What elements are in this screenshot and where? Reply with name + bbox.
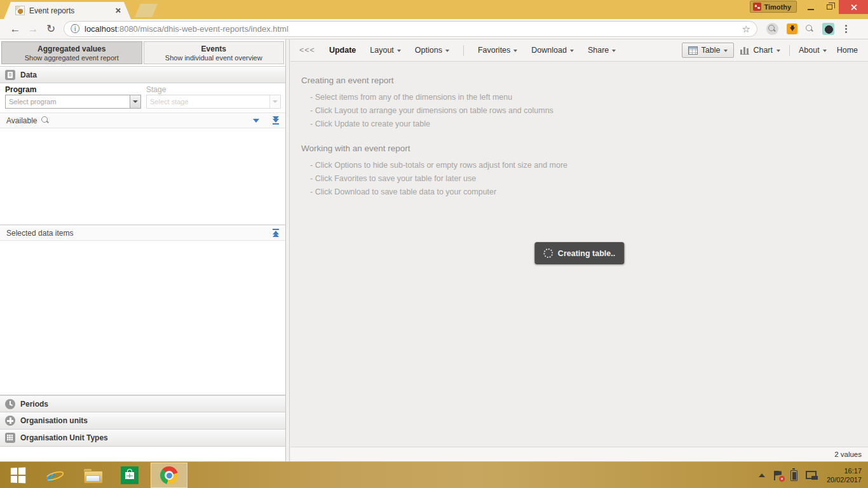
accordion-data[interactable]: Data [0,66,285,83]
loading-toast-text: Creating table.. [558,249,615,258]
options-menu-button[interactable]: Options [415,46,449,55]
clock-date: 20/02/2017 [827,475,862,484]
chrome-icon [160,466,178,484]
network-icon[interactable] [806,470,818,480]
home-button[interactable]: Home [837,46,858,55]
forward-icon[interactable]: → [24,23,42,36]
selected-title: Selected data items [6,229,73,238]
url-path: :8080/misca/dhis-web-event-reports/index… [117,24,288,34]
accordion-organisation-units[interactable]: Organisation units [0,412,285,430]
move-all-up-icon[interactable] [273,229,279,237]
window-minimize-button[interactable] [802,0,820,14]
toolbar-separator [789,45,790,56]
internet-explorer-icon: e [47,466,55,485]
tab-aggregated-title: Aggregated values [2,44,142,53]
move-selected-down-icon[interactable] [253,119,259,123]
download-menu-button[interactable]: Download [531,46,574,55]
tab-favicon-icon [15,6,25,15]
clock-icon [5,399,15,409]
taskbar-ie-button[interactable]: e [38,462,64,488]
program-label: Program [5,85,36,94]
browser-menu-icon[interactable] [843,25,850,33]
new-tab-button[interactable] [135,4,158,17]
chart-mode-button[interactable]: Chart [740,46,780,55]
plus-icon [5,416,15,426]
extension-teal-icon[interactable] [822,23,834,35]
battery-icon[interactable] [790,470,797,481]
download-label: Download [531,46,567,55]
address-bar[interactable]: ⓘ localhost:8080/misca/dhis-web-event-re… [64,21,757,37]
profile-name: Timothy [764,3,791,11]
browser-tab[interactable]: Event reports [4,2,131,19]
triangle-down-icon [273,119,279,123]
accordion-organisation-unit-types[interactable]: Organisation Unit Types [0,430,285,447]
grid-icon [5,433,15,443]
page-info-icon[interactable]: ⓘ [71,24,79,35]
back-icon[interactable]: ← [6,23,24,36]
chevron-down-icon [823,50,827,52]
taskbar-clock[interactable]: 16:17 20/02/2017 [827,466,862,484]
tab-events[interactable]: Events Show individual event overview [144,41,285,64]
action-center-flag-icon[interactable]: × [773,471,782,480]
windows-taskbar: e × 16:17 20/02/2017 [0,461,868,488]
accordion-periods[interactable]: Periods [0,395,285,412]
available-items-list[interactable] [0,128,285,225]
reload-icon[interactable]: ↻ [42,22,60,36]
about-menu-button[interactable]: About [799,46,827,55]
windows-store-icon [121,466,139,484]
taskbar-store-button[interactable] [117,462,142,488]
chevron-down-icon [776,50,780,52]
extension-zoom-icon[interactable] [806,25,814,33]
help-item: - Click Layout to arrange your dimension… [310,104,868,118]
chevron-down-icon [397,50,401,52]
restore-icon [827,4,832,10]
extension-row [766,23,850,35]
help-item: - Click Update to create your table [310,118,868,131]
program-select[interactable]: Select program [5,95,141,109]
help-list: - Click Options to hide sub-totals or em… [301,159,868,199]
taskbar-chrome-button[interactable] [151,463,187,488]
panel-splitter[interactable] [287,39,290,461]
help-item: - Click Favorites to save your table for… [310,172,868,186]
extension-download-icon[interactable] [787,24,797,34]
window-close-button[interactable] [839,0,868,14]
tab-aggregated-subtitle: Show aggregated event report [2,54,142,62]
url-host: localhost [85,24,117,34]
profile-button[interactable]: Timothy [750,1,797,13]
accordion-data-title: Data [20,71,37,79]
share-menu-button[interactable]: Share [588,46,616,55]
layout-menu-button[interactable]: Layout [370,46,401,55]
help-list: - Select items from any of the dimension… [301,91,868,131]
show-hidden-icons-icon[interactable] [759,473,765,477]
collapse-sidebar-button[interactable]: <<< [299,46,315,55]
bookmark-star-icon[interactable]: ☆ [742,24,750,35]
browser-toolbar: ← → ↻ ⓘ localhost:8080/misca/dhis-web-ev… [0,19,868,39]
help-item: - Click Options to hide sub-totals or em… [310,159,868,172]
table-mode-button[interactable]: Table [682,43,735,58]
system-tray: × 16:17 20/02/2017 [759,462,868,488]
update-button[interactable]: Update [329,46,356,55]
windows-logo-icon [11,467,25,483]
favorites-menu-button[interactable]: Favorites [478,46,517,55]
tab-close-icon[interactable] [115,8,121,13]
move-all-down-icon[interactable] [273,116,279,125]
taskbar-explorer-button[interactable] [80,462,105,488]
extension-search-icon[interactable] [766,23,778,35]
table-icon [688,46,698,55]
sidebar: Aggregated values Show aggregated event … [0,39,286,461]
report-toolbar: <<< Update Layout Options Favorites Down… [290,39,868,62]
magnifier-icon [768,25,776,33]
chevron-down-icon [133,100,138,103]
tab-aggregated-values[interactable]: Aggregated values Show aggregated event … [1,41,142,64]
status-values-count: 2 values [834,451,862,458]
tab-events-title: Events [144,44,284,53]
window-restore-button[interactable] [820,0,839,14]
layout-label: Layout [370,46,394,55]
program-select-button[interactable] [130,95,140,108]
search-icon[interactable] [41,116,50,125]
help-item: - Click Download to save table data to y… [310,186,868,199]
start-button[interactable] [0,462,36,488]
browser-titlebar: Event reports Timothy [0,0,868,19]
selected-items-list[interactable] [0,241,285,395]
minimize-icon [808,9,814,10]
